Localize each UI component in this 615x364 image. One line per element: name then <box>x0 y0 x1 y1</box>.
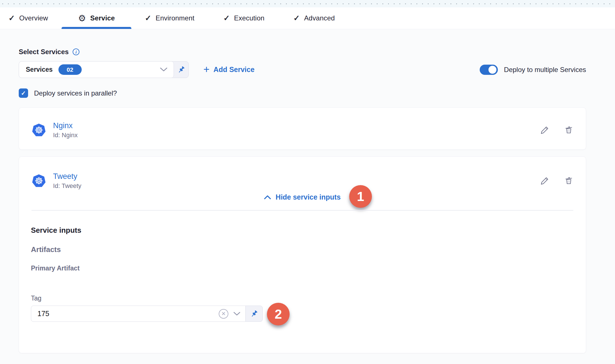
services-dropdown[interactable]: Services 02 <box>19 61 189 78</box>
kubernetes-icon: ☸ <box>32 174 46 187</box>
pencil-icon <box>540 176 549 186</box>
clear-icon[interactable]: ✕ <box>219 309 228 319</box>
chevron-up-icon <box>264 195 271 199</box>
edit-service-button[interactable] <box>540 125 549 135</box>
deploy-multiple-label: Deploy to multiple Services <box>504 66 586 74</box>
checkmark-icon: ✓ <box>21 90 26 97</box>
tab-execution-label: Execution <box>234 14 264 22</box>
pin-services-button[interactable] <box>174 62 188 78</box>
artifacts-heading: Artifacts <box>31 245 61 254</box>
service-name-link[interactable]: Nginx <box>53 121 78 130</box>
tag-input[interactable] <box>37 310 219 318</box>
plus-icon: + <box>203 64 210 75</box>
delete-service-button[interactable] <box>564 125 573 135</box>
check-icon: ✓ <box>223 14 230 23</box>
kubernetes-icon: ☸ <box>32 124 46 137</box>
pipeline-canvas-strip <box>0 0 615 7</box>
hide-service-inputs-link[interactable]: Hide service inputs <box>19 193 586 201</box>
tab-advanced-label: Advanced <box>304 14 335 22</box>
parallel-checkbox-row: ✓ Deploy services in parallel? <box>19 88 117 98</box>
chevron-down-icon[interactable] <box>233 312 240 316</box>
tag-field: ✕ <box>31 306 246 322</box>
helm-wheel-glyph: ☸ <box>32 175 46 187</box>
select-services-row: Select Services i <box>19 48 79 56</box>
services-dropdown-field[interactable]: Services 02 <box>19 62 174 78</box>
service-card-nginx: ☸ Nginx Id: Nginx <box>19 107 586 150</box>
check-icon: ✓ <box>9 14 15 23</box>
active-tab-underline <box>62 27 131 29</box>
primary-artifact-heading: Primary Artifact <box>31 264 80 272</box>
tab-overview[interactable]: ✓ Overview <box>9 7 48 29</box>
divider <box>31 210 573 211</box>
service-id-text: Id: Tweety <box>53 182 81 190</box>
services-count-badge: 02 <box>58 64 82 75</box>
pin-tag-button[interactable] <box>246 306 263 322</box>
tab-service-label: Service <box>90 14 115 22</box>
chevron-down-icon <box>160 67 167 72</box>
add-service-label: Add Service <box>214 65 255 74</box>
parallel-checkbox[interactable]: ✓ <box>19 88 28 98</box>
deploy-multiple-toggle-row: Deploy to multiple Services <box>480 65 586 75</box>
service-id-text: Id: Nginx <box>53 132 78 139</box>
tab-overview-label: Overview <box>19 14 48 22</box>
service-text-block: Tweety Id: Tweety <box>53 172 81 190</box>
tab-execution[interactable]: ✓ Execution <box>223 7 264 29</box>
annotation-badge-1: 1 <box>349 185 372 208</box>
service-text-block: Nginx Id: Nginx <box>53 121 78 139</box>
annotation-badge-2: 2 <box>267 303 290 325</box>
service-name-link[interactable]: Tweety <box>53 172 81 181</box>
delete-service-button[interactable] <box>564 176 573 186</box>
hide-service-inputs-label: Hide service inputs <box>276 193 341 201</box>
info-icon[interactable]: i <box>73 48 79 55</box>
gear-icon: ⚙ <box>78 14 86 23</box>
select-services-label: Select Services <box>19 48 69 56</box>
add-service-button[interactable]: + Add Service <box>203 65 254 75</box>
tag-input-row: ✕ <box>31 306 263 322</box>
tab-environment-label: Environment <box>155 14 194 22</box>
check-icon: ✓ <box>145 14 151 23</box>
tag-label: Tag <box>31 295 41 302</box>
tab-service[interactable]: ⚙ Service <box>77 7 116 29</box>
pencil-icon <box>540 125 549 135</box>
services-controls-row: Services 02 + Add <box>19 61 586 78</box>
service-inputs-heading: Service inputs <box>31 226 81 235</box>
service-card-tweety: ☸ Tweety Id: Tweety <box>19 156 586 353</box>
pin-icon <box>250 310 258 318</box>
services-dropdown-value: Services <box>26 66 53 73</box>
helm-wheel-glyph: ☸ <box>32 124 46 136</box>
deploy-multiple-toggle[interactable] <box>480 65 498 75</box>
edit-service-button[interactable] <box>540 176 549 186</box>
card-actions <box>540 125 573 135</box>
trash-icon <box>564 125 573 135</box>
stage-tabbar: ✓ Overview ⚙ Service ✓ Environment ✓ Exe… <box>0 7 615 29</box>
parallel-checkbox-label: Deploy services in parallel? <box>34 89 117 97</box>
card-actions <box>540 176 573 186</box>
tweety-card-header: ☸ Tweety Id: Tweety <box>32 172 573 190</box>
tab-advanced[interactable]: ✓ Advanced <box>293 7 335 29</box>
trash-icon <box>564 176 573 186</box>
check-icon: ✓ <box>293 14 300 23</box>
service-tab-content: Select Services i Services 02 <box>0 29 615 364</box>
tab-environment[interactable]: ✓ Environment <box>145 7 195 29</box>
pin-icon <box>177 66 185 74</box>
toggle-knob <box>488 66 496 74</box>
